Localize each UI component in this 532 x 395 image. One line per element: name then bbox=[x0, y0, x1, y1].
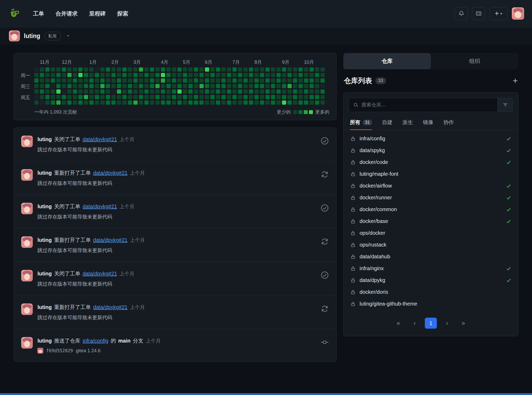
repo-list-item[interactable]: data/spykg bbox=[344, 145, 518, 156]
commit-sha-link[interactable]: f69d552029 bbox=[46, 348, 73, 353]
repo-list-item[interactable]: docker/common bbox=[344, 204, 518, 215]
heatmap-cell bbox=[111, 89, 116, 94]
repo-total-badge: 33 bbox=[375, 77, 386, 84]
feed-username-link[interactable]: luting bbox=[37, 304, 52, 310]
heatmap-cell bbox=[287, 100, 292, 105]
new-repo-button[interactable]: + bbox=[513, 77, 518, 84]
feed-username-link[interactable]: luting bbox=[37, 237, 52, 243]
repo-list-item[interactable]: docker/code bbox=[344, 156, 518, 168]
repo-list-item[interactable]: luting/gitea-github-theme bbox=[344, 298, 518, 310]
repo-list-item[interactable]: infra/nginx bbox=[344, 263, 518, 274]
feed-user-avatar[interactable] bbox=[21, 236, 33, 248]
heatmap-month-label: 10月 bbox=[304, 59, 314, 65]
nav-link-pulls[interactable]: 合并请求 bbox=[56, 10, 78, 17]
heatmap-cell bbox=[95, 78, 99, 83]
heatmap-cell bbox=[287, 89, 292, 94]
heatmap-cell bbox=[276, 89, 281, 94]
feed-username-link[interactable]: luting bbox=[37, 136, 52, 142]
feed-headline: luting关闭了工单data/dpykg#21上个月 bbox=[37, 270, 315, 277]
pagination-page-1[interactable]: 1 bbox=[425, 318, 437, 329]
heatmap-cell bbox=[276, 67, 281, 72]
pagination-prev[interactable]: ‹ bbox=[409, 318, 421, 329]
repo-name-link[interactable]: docker/code bbox=[360, 159, 388, 165]
heatmap-cell bbox=[122, 67, 127, 72]
repo-name-link[interactable]: docker/airflow bbox=[360, 183, 392, 189]
heatmap-cell bbox=[155, 100, 160, 105]
heatmap-cell bbox=[315, 89, 319, 94]
pagination-next[interactable]: › bbox=[441, 318, 453, 329]
feed-username-link[interactable]: luting bbox=[37, 204, 52, 210]
feed-user-avatar[interactable] bbox=[21, 136, 33, 147]
filter-tab-collaborative[interactable]: 协作 bbox=[443, 119, 454, 130]
filter-tab-mirrors[interactable]: 镜像 bbox=[423, 119, 433, 130]
repo-name-link[interactable]: luting/gitea-github-theme bbox=[360, 301, 417, 307]
repo-name-link[interactable]: docker/runner bbox=[360, 195, 392, 201]
feed-target-link[interactable]: data/dpykg#21 bbox=[83, 271, 117, 277]
feed-username-link[interactable]: luting bbox=[37, 338, 52, 344]
heatmap-cell bbox=[265, 78, 270, 83]
repo-name-link[interactable]: ops/rustack bbox=[360, 242, 386, 248]
repo-filter-button[interactable] bbox=[498, 98, 513, 112]
create-new-button[interactable]: + ▾ bbox=[489, 7, 508, 20]
heatmap-cell bbox=[128, 95, 132, 99]
feed-user-avatar[interactable] bbox=[21, 169, 33, 181]
nav-link-issues[interactable]: 工单 bbox=[33, 10, 44, 17]
notifications-button[interactable] bbox=[455, 7, 468, 20]
repo-list-item[interactable]: docker/runner bbox=[344, 192, 518, 204]
repo-list-item[interactable]: luting/maple-font bbox=[344, 168, 518, 180]
repo-list-item[interactable]: ops/docker bbox=[344, 227, 518, 239]
feed-username-link[interactable]: luting bbox=[37, 170, 52, 176]
repo-list-item[interactable]: docker/doris bbox=[344, 286, 518, 298]
feed-user-avatar[interactable] bbox=[21, 203, 33, 214]
feed-user-avatar[interactable] bbox=[21, 303, 33, 315]
repo-name-link[interactable]: data/datahub bbox=[360, 254, 390, 260]
feed-target-link[interactable]: data/dpykg#21 bbox=[93, 304, 127, 310]
feed-action-text: 关闭了工单 bbox=[54, 203, 80, 210]
gitea-logo[interactable] bbox=[8, 7, 21, 20]
tab-organizations[interactable]: 组织 bbox=[431, 53, 518, 69]
repo-name-link[interactable]: docker/doris bbox=[360, 289, 388, 295]
feed-item-main: luting关闭了工单data/dpykg#21上个月跳过存在版本可能导致未更新… bbox=[37, 203, 315, 220]
profile-avatar[interactable] bbox=[9, 30, 20, 41]
nav-link-explore[interactable]: 探索 bbox=[117, 10, 128, 17]
pagination-first[interactable]: « bbox=[392, 318, 404, 329]
feed-comment-text: 跳过存在版本可能导致未更新代码 bbox=[37, 314, 315, 321]
feed-target-link[interactable]: data/dpykg#21 bbox=[83, 204, 117, 210]
repo-list-item[interactable]: data/datahub bbox=[344, 251, 518, 263]
admin-panel-button[interactable] bbox=[472, 7, 485, 20]
repo-list-item[interactable]: docker/airflow bbox=[344, 180, 518, 192]
repo-list-item[interactable]: data/dpykg bbox=[344, 274, 518, 286]
profile-dropdown-caret[interactable] bbox=[66, 34, 70, 38]
heatmap-month-label: 7月 bbox=[232, 59, 240, 65]
profile-username[interactable]: luting bbox=[24, 33, 40, 40]
tab-repositories[interactable]: 仓库 bbox=[343, 53, 431, 69]
repo-name-link[interactable]: docker/base bbox=[360, 218, 388, 224]
repo-list-item[interactable]: docker/base bbox=[344, 215, 518, 227]
heatmap-cell bbox=[221, 89, 226, 94]
feed-target-link[interactable]: data/dpykg#21 bbox=[93, 170, 127, 176]
repo-name-link[interactable]: ops/docker bbox=[360, 230, 385, 236]
repo-name-link[interactable]: infra/config bbox=[360, 136, 385, 142]
filter-tab-all[interactable]: 所有31 bbox=[350, 119, 372, 130]
feed-user-avatar[interactable] bbox=[21, 337, 33, 349]
repo-list-title: 仓库列表 bbox=[344, 76, 372, 86]
feed-username-link[interactable]: luting bbox=[37, 271, 52, 277]
repo-search-input[interactable] bbox=[361, 102, 493, 108]
nav-link-milestones[interactable]: 里程碑 bbox=[89, 10, 106, 17]
repo-name-link[interactable]: data/dpykg bbox=[360, 277, 385, 283]
repo-list-item[interactable]: ops/rustack bbox=[344, 239, 518, 251]
feed-target-link[interactable]: infra/config bbox=[83, 338, 108, 344]
feed-user-avatar[interactable] bbox=[21, 270, 33, 281]
filter-tab-sources[interactable]: 自建 bbox=[382, 119, 393, 130]
user-avatar-menu[interactable] bbox=[512, 7, 524, 20]
repo-name-link[interactable]: data/spykg bbox=[360, 147, 385, 153]
pagination-last[interactable]: » bbox=[457, 318, 469, 329]
repo-name-link[interactable]: luting/maple-font bbox=[360, 171, 398, 177]
repo-name-link[interactable]: infra/nginx bbox=[360, 265, 384, 271]
filter-tab-forks[interactable]: 派生 bbox=[403, 119, 413, 130]
success-check-icon bbox=[506, 207, 511, 212]
feed-target-link[interactable]: data/dpykg#21 bbox=[93, 237, 127, 243]
repo-list-item[interactable]: infra/config bbox=[344, 133, 518, 145]
repo-name-link[interactable]: docker/common bbox=[360, 206, 397, 212]
feed-target-link[interactable]: data/dpykg#21 bbox=[83, 136, 117, 142]
